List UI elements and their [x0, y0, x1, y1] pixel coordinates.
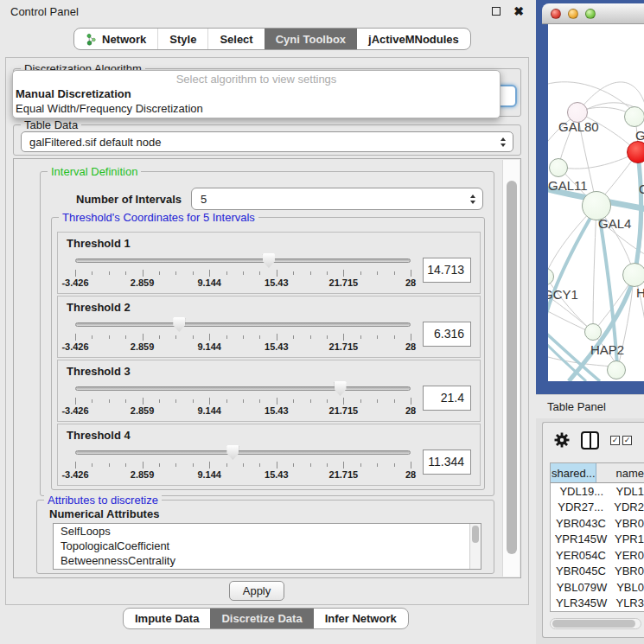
network-node[interactable]: [549, 158, 568, 177]
threshold-value-box[interactable]: 21.4: [423, 386, 471, 411]
apply-button[interactable]: Apply: [229, 581, 284, 601]
slider-track[interactable]: [75, 386, 411, 391]
tick-mark: [377, 399, 378, 403]
tick-mark: [310, 399, 311, 403]
slider-track[interactable]: [75, 258, 411, 263]
bottom-tab-discretize-data[interactable]: Discretize Data: [210, 609, 313, 628]
tick-mark: [75, 398, 76, 405]
cell-shared-name: YPR145W: [551, 532, 611, 545]
network-node[interactable]: [627, 141, 644, 163]
column-header-shared-name[interactable]: shared...: [551, 463, 596, 482]
threshold-value-box[interactable]: 6.316: [423, 322, 471, 347]
table-row[interactable]: YER054CYER0: [551, 547, 644, 564]
node-label-gcy1: GCY1: [548, 287, 578, 302]
tick-label: 15.43: [265, 469, 289, 480]
cell-name: YER0: [611, 549, 644, 562]
slider-thumb[interactable]: [335, 381, 347, 396]
table-row[interactable]: YLR345WYLR3: [551, 596, 644, 612]
number-of-intervals-spinner[interactable]: 5: [191, 188, 483, 210]
network-canvas[interactable]: GAL80GACGAL11GAL4GCY1HHAP2: [548, 24, 644, 381]
network-node[interactable]: [622, 263, 644, 287]
table-data-combobox[interactable]: galFiltered.sif default node: [21, 131, 513, 152]
network-window: GAL80GACGAL11GAL4GCY1HHAP2: [536, 0, 644, 394]
table-header: shared... name: [551, 463, 644, 483]
bottom-tab-infer-network[interactable]: Infer Network: [314, 609, 408, 628]
attribute-item-selfloops[interactable]: SelfLoops: [54, 524, 481, 539]
tab-style[interactable]: Style: [157, 29, 207, 49]
network-node[interactable]: [607, 360, 626, 379]
settings-scrollbar-thumb[interactable]: [507, 181, 517, 554]
network-node[interactable]: [584, 323, 602, 341]
tick-mark: [175, 399, 176, 403]
tick-mark: [293, 463, 294, 467]
table-row[interactable]: YIL052CYIL0: [551, 611, 644, 612]
tick-label: 21.715: [329, 277, 359, 288]
slider-track[interactable]: [75, 450, 411, 455]
threshold-value-box[interactable]: 11.344: [423, 450, 471, 475]
close-traffic-light-icon[interactable]: [551, 9, 561, 19]
cell-shared-name: YDL19...: [551, 485, 612, 498]
gear-icon[interactable]: [554, 432, 570, 448]
table-row[interactable]: YBR043CYBR0: [551, 515, 644, 532]
tick-mark: [143, 334, 143, 341]
threshold-value-box[interactable]: 14.713: [423, 258, 471, 283]
threshold-slider[interactable]: -3.4262.8599.14415.4321.71528: [75, 251, 411, 289]
tick-mark: [226, 399, 227, 403]
columns-icon[interactable]: [581, 431, 599, 450]
float-window-icon[interactable]: [492, 7, 501, 16]
tab-label: Infer Network: [325, 612, 397, 625]
zoom-traffic-light-icon[interactable]: [585, 9, 596, 19]
attributes-group: Attributes to discretize Numerical Attri…: [36, 500, 494, 574]
popup-option-manual-discretization[interactable]: Manual Discretization: [13, 86, 500, 101]
attribute-item-betweennesscentrality[interactable]: BetweennessCentrality: [54, 553, 481, 568]
tick-label: -3.426: [61, 277, 88, 288]
table-row[interactable]: YBL079WYBL0: [551, 579, 644, 596]
close-icon[interactable]: ✖: [513, 7, 524, 16]
tab-label: Network: [102, 33, 146, 46]
table-hscrollbar-thumb[interactable]: [552, 620, 635, 628]
cell-name: YLR3: [612, 596, 644, 609]
network-node[interactable]: [624, 106, 644, 127]
threshold-panel: Threshold 4-3.4262.8599.14415.4321.71528…: [57, 424, 481, 486]
control-panel-main: Discretization Algorithm Select algorith…: [5, 57, 529, 605]
tab-cyni-toolbox[interactable]: Cyni Toolbox: [265, 29, 357, 49]
settings-scrollbar[interactable]: [502, 160, 520, 577]
slider-thumb[interactable]: [263, 253, 275, 268]
column-header-name[interactable]: name: [596, 463, 644, 482]
checkbox-icon[interactable]: ✓: [622, 436, 632, 445]
slider-track[interactable]: [75, 322, 411, 327]
tick-mark: [343, 462, 344, 469]
tick-mark: [360, 463, 361, 467]
tick-label: 28: [405, 469, 416, 480]
threshold-slider[interactable]: -3.4262.8599.14415.4321.71528: [75, 443, 411, 481]
node-label-h: H: [636, 285, 644, 300]
slider-thumb[interactable]: [226, 445, 239, 460]
tick-mark: [75, 462, 76, 469]
tab-select[interactable]: Select: [207, 29, 264, 49]
table-hscrollbar[interactable]: [550, 618, 641, 629]
bottom-tab-impute-data[interactable]: Impute Data: [124, 609, 210, 628]
control-panel: Control Panel ✖ NetworkStyleSelectCyni T…: [0, 0, 534, 644]
attributes-group-title: Attributes to discretize: [44, 494, 162, 507]
tab-network[interactable]: Network: [74, 29, 157, 49]
threshold-slider[interactable]: -3.4262.8599.14415.4321.71528: [75, 379, 411, 417]
attributes-scrollbar[interactable]: [469, 524, 481, 569]
tick-mark: [193, 271, 194, 275]
attributes-scrollbar-thumb[interactable]: [472, 526, 479, 543]
table-row[interactable]: YPR145WYPR1: [551, 532, 644, 548]
tick-label: 15.43: [265, 341, 289, 352]
table-row[interactable]: YDR27...YDR2: [551, 500, 644, 516]
threshold-slider[interactable]: -3.4262.8599.14415.4321.71528: [75, 315, 411, 353]
tab-label: Style: [169, 33, 196, 46]
table-row[interactable]: YBR045CYBR0: [551, 564, 644, 580]
tick-mark: [92, 463, 92, 467]
slider-thumb[interactable]: [173, 317, 185, 332]
minimize-traffic-light-icon[interactable]: [568, 9, 578, 19]
table-row[interactable]: YDL19...YDL1: [551, 483, 644, 500]
popup-option-equal-width-frequency-discretization[interactable]: Equal Width/Frequency Discretization: [13, 101, 500, 116]
checkbox-icon[interactable]: ✓: [610, 436, 620, 445]
network-tab-icon: [86, 33, 97, 46]
number-of-intervals-label: Number of Intervals: [76, 193, 182, 206]
tab-jactivemnodules[interactable]: jActiveMNodules: [357, 29, 470, 49]
attribute-item-topologicalcoefficient[interactable]: TopologicalCoefficient: [54, 539, 481, 553]
